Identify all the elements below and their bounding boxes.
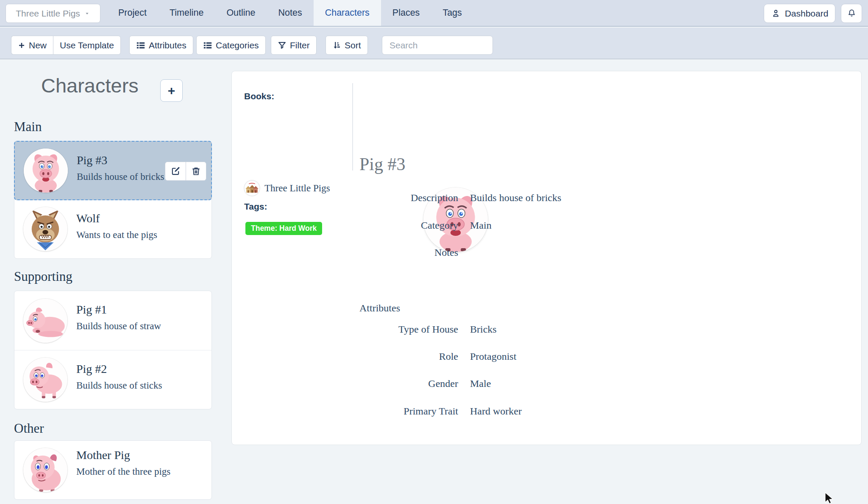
new-button-label: New bbox=[29, 40, 47, 50]
character-text: Pig #2 Builds house of sticks bbox=[76, 361, 182, 392]
attr-value-gender: Male bbox=[470, 378, 767, 389]
character-name: Pig #1 bbox=[76, 302, 182, 317]
attr-label-role: Role bbox=[318, 351, 458, 362]
attributes-label: Attributes bbox=[149, 40, 186, 50]
attr-value-primary-trait: Hard worker bbox=[470, 406, 767, 417]
tab-notes[interactable]: Notes bbox=[267, 0, 314, 26]
pig1-avatar bbox=[23, 299, 67, 343]
notifications-button[interactable] bbox=[841, 4, 862, 23]
character-text: Mother Pig Mother of the three pigs bbox=[76, 448, 174, 478]
caret-down-icon bbox=[84, 10, 90, 17]
tab-tags[interactable]: Tags bbox=[431, 0, 473, 26]
attributes-header: Attributes bbox=[359, 302, 400, 314]
character-description: Builds house of sticks bbox=[76, 379, 182, 392]
attr-label-type-of-house: Type of House bbox=[318, 324, 458, 335]
main-characters-card: Pig #3 Builds house of bricks bbox=[14, 141, 212, 259]
categories-label: Categories bbox=[216, 40, 259, 50]
plus-icon bbox=[18, 42, 25, 49]
filter-funnel-icon bbox=[278, 41, 287, 50]
sort-button[interactable]: Sort bbox=[326, 36, 368, 55]
field-value-category: Main bbox=[470, 220, 767, 231]
detail-divider bbox=[352, 83, 353, 171]
dashboard-button[interactable]: Dashboard bbox=[764, 4, 835, 23]
book-link[interactable]: Three Little Pigs bbox=[244, 180, 330, 196]
edit-character-button[interactable] bbox=[165, 162, 186, 181]
tab-project[interactable]: Project bbox=[107, 0, 158, 26]
character-name: Pig #2 bbox=[76, 361, 182, 377]
character-description: Mother of the three pigs bbox=[76, 465, 174, 478]
filter-label: Filter bbox=[290, 40, 310, 50]
page-title: Characters bbox=[41, 74, 139, 97]
character-item-pig3[interactable]: Pig #3 Builds house of bricks bbox=[14, 141, 212, 200]
character-detail-panel: Books: Three Little Pigs Tags: Theme: Ha… bbox=[231, 71, 862, 445]
character-actions bbox=[165, 162, 206, 181]
project-switcher-label: Three Little Pigs bbox=[16, 8, 80, 19]
project-switcher-button[interactable]: Three Little Pigs bbox=[6, 4, 100, 23]
attr-label-primary-trait: Primary Trait bbox=[318, 406, 458, 417]
person-icon bbox=[771, 8, 781, 18]
top-navigation-bar: Three Little Pigs Project Timeline Outli… bbox=[0, 0, 868, 27]
field-value-description: Builds house of bricks bbox=[470, 192, 767, 204]
tab-places[interactable]: Places bbox=[381, 0, 431, 26]
categories-button[interactable]: Categories bbox=[196, 36, 266, 55]
character-text: Pig #1 Builds house of straw bbox=[76, 302, 182, 333]
attr-value-type-of-house: Bricks bbox=[470, 324, 767, 335]
character-name: Wolf bbox=[76, 211, 182, 226]
edit-icon bbox=[171, 166, 181, 176]
tags-label: Tags: bbox=[244, 202, 267, 212]
search-input[interactable] bbox=[382, 36, 493, 55]
character-name: Mother Pig bbox=[76, 448, 174, 463]
add-character-button[interactable]: + bbox=[160, 79, 183, 102]
pig2-avatar bbox=[23, 358, 67, 402]
list-icon bbox=[203, 41, 212, 50]
use-template-label: Use Template bbox=[60, 40, 114, 50]
mother-pig-avatar bbox=[23, 448, 67, 492]
section-label-supporting: Supporting bbox=[14, 269, 72, 284]
section-label-main: Main bbox=[14, 119, 42, 134]
character-item-pig2[interactable]: Pig #2 Builds house of sticks bbox=[14, 350, 211, 409]
character-description: Wants to eat the pigs bbox=[76, 228, 182, 241]
use-template-button[interactable]: Use Template bbox=[53, 36, 121, 55]
character-item-pig1[interactable]: Pig #1 Builds house of straw bbox=[14, 291, 211, 350]
books-label: Books: bbox=[244, 91, 274, 101]
section-label-other: Other bbox=[14, 421, 44, 436]
tab-characters[interactable]: Characters bbox=[314, 0, 381, 26]
field-label-notes: Notes bbox=[318, 247, 458, 258]
pig3-avatar bbox=[24, 148, 68, 193]
bell-icon bbox=[847, 8, 857, 18]
other-characters-card: Mother Pig Mother of the three pigs bbox=[14, 440, 212, 500]
attr-value-role: Protagonist bbox=[470, 351, 767, 362]
mouse-cursor bbox=[824, 492, 835, 504]
tab-outline[interactable]: Outline bbox=[215, 0, 267, 26]
main-nav-tabs: Project Timeline Outline Notes Character… bbox=[107, 0, 473, 26]
sort-label: Sort bbox=[345, 40, 361, 50]
characters-toolbar: New Use Template Attributes Categories bbox=[0, 28, 868, 59]
trash-icon bbox=[191, 166, 201, 176]
attributes-button[interactable]: Attributes bbox=[129, 36, 193, 55]
new-button-group: New Use Template bbox=[11, 36, 121, 55]
dashboard-label: Dashboard bbox=[785, 8, 829, 19]
book-thumbnail bbox=[244, 180, 260, 196]
wolf-avatar bbox=[23, 207, 67, 251]
new-character-button[interactable]: New bbox=[11, 36, 53, 55]
supporting-characters-card: Pig #1 Builds house of straw Pig #2 Buil… bbox=[14, 291, 212, 409]
tag-theme-hard-work[interactable]: Theme: Hard Work bbox=[245, 222, 322, 235]
field-label-description: Description bbox=[318, 192, 458, 204]
detail-character-title: Pig #3 bbox=[359, 154, 406, 174]
list-icon bbox=[136, 41, 145, 50]
delete-character-button[interactable] bbox=[186, 162, 206, 181]
tab-timeline[interactable]: Timeline bbox=[158, 0, 215, 26]
character-item-mother-pig[interactable]: Mother Pig Mother of the three pigs bbox=[14, 441, 211, 499]
character-item-wolf[interactable]: Wolf Wants to eat the pigs bbox=[14, 200, 211, 258]
field-label-category: Category bbox=[318, 220, 458, 231]
filter-button[interactable]: Filter bbox=[271, 36, 317, 55]
character-description: Builds house of straw bbox=[76, 319, 182, 333]
attr-label-gender: Gender bbox=[318, 378, 458, 389]
sort-icon bbox=[332, 41, 341, 50]
character-text: Wolf Wants to eat the pigs bbox=[76, 211, 182, 241]
topbar-right-actions: Dashboard bbox=[764, 4, 862, 23]
